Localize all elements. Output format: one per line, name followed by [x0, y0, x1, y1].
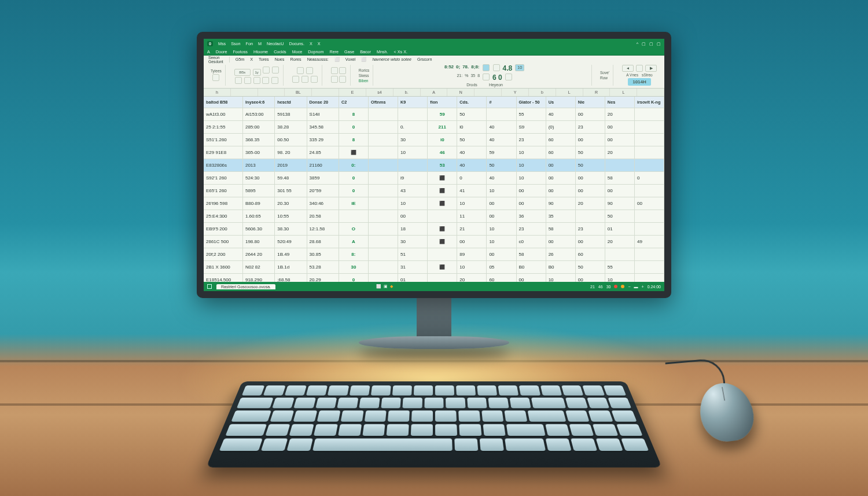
cell[interactable]: 0: [339, 121, 369, 134]
cell[interactable]: 59.48: [275, 172, 307, 185]
cell[interactable]: 10: [546, 274, 576, 282]
table-row[interactable]: 26't96 598B80-8920.30340:46iE10⬛10000090…: [204, 197, 664, 210]
cell[interactable]: 520:49: [275, 236, 307, 248]
cell[interactable]: B0: [517, 261, 546, 274]
cell[interactable]: 00: [487, 197, 516, 210]
ribbon-tab[interactable]: Neassosss:: [307, 57, 329, 62]
cell[interactable]: 21: [457, 223, 487, 236]
merge-icon[interactable]: [297, 67, 304, 74]
outdent-icon[interactable]: [301, 76, 308, 83]
ribbon-tab[interactable]: havnerce wisto sotee: [372, 57, 411, 62]
menu-item[interactable]: Moce: [292, 49, 303, 54]
column-header[interactable]: Inysee4:6: [243, 97, 275, 108]
table-row[interactable]: S92'1 260524:3059.4838590i9⬛040100000580: [204, 172, 664, 185]
cell[interactable]: 0: [339, 274, 369, 282]
column-letter[interactable]: R: [583, 89, 610, 96]
cell[interactable]: 50: [576, 159, 605, 172]
column-header[interactable]: Us: [546, 97, 576, 108]
next-button[interactable]: ▶: [645, 65, 657, 72]
prev-button[interactable]: ◄: [622, 65, 634, 72]
cell[interactable]: 00: [635, 197, 664, 210]
cell[interactable]: 20: [605, 236, 635, 248]
cell[interactable]: [635, 146, 664, 159]
cell[interactable]: 1B.1d: [275, 261, 307, 274]
cell[interactable]: 10: [487, 223, 516, 236]
cell[interactable]: 00: [576, 108, 605, 121]
cell[interactable]: 3859: [307, 172, 339, 185]
cell[interactable]: [369, 159, 398, 172]
cell[interactable]: 60: [487, 274, 516, 282]
column-letter[interactable]: [231, 89, 258, 96]
cell[interactable]: 59: [428, 108, 457, 121]
column-header[interactable]: K9: [398, 97, 428, 108]
cell[interactable]: 51: [398, 248, 428, 261]
cell[interactable]: 10: [517, 159, 546, 172]
cell[interactable]: 20.30: [275, 197, 307, 210]
highlight-button[interactable]: 1014H: [628, 78, 651, 86]
fill-icon[interactable]: [271, 77, 278, 84]
chart-icon[interactable]: [493, 64, 500, 71]
cell[interactable]: [369, 108, 398, 121]
column-letter[interactable]: [312, 89, 339, 96]
ribbon-tab[interactable]: Grscorn: [417, 57, 432, 62]
cell[interactable]: 30: [398, 134, 428, 146]
cell[interactable]: 35: [546, 210, 576, 223]
ribbon-tab[interactable]: Rores: [290, 57, 301, 62]
column-letter[interactable]: [258, 89, 285, 96]
sheet-tab[interactable]: Rastrieri Goscoosoo.ovosa.: [216, 284, 275, 289]
cell[interactable]: 25:E4:300: [204, 210, 243, 223]
cell[interactable]: 10:55: [275, 210, 307, 223]
cell[interactable]: 38.30: [275, 223, 307, 236]
cell[interactable]: [369, 121, 398, 134]
title-item[interactable]: X: [318, 41, 321, 46]
column-header[interactable]: Giator - 50: [517, 97, 546, 108]
cell[interactable]: [635, 274, 664, 282]
indent-icon[interactable]: [292, 76, 299, 83]
value-box[interactable]: 10: [515, 64, 524, 71]
title-item[interactable]: Sson: [231, 41, 240, 46]
column-letter[interactable]: [637, 89, 664, 96]
column-header[interactable]: C2: [339, 97, 369, 108]
cell[interactable]: 38.28: [275, 121, 307, 134]
align-center-icon[interactable]: [244, 77, 251, 84]
cell[interactable]: 2013: [243, 159, 275, 172]
cell[interactable]: [635, 261, 664, 274]
percent-icon[interactable]: [339, 67, 346, 74]
cell[interactable]: B80-89: [243, 197, 275, 210]
cell[interactable]: 211: [428, 121, 457, 134]
align-right-icon[interactable]: [253, 77, 260, 84]
cell[interactable]: 340:46: [307, 197, 339, 210]
column-header[interactable]: Nes: [605, 97, 635, 108]
comma-icon[interactable]: [331, 76, 338, 83]
cell[interactable]: 01: [398, 274, 428, 282]
cell[interactable]: Al153:00: [243, 108, 275, 121]
column-letter[interactable]: h: [204, 89, 231, 96]
cell[interactable]: 50: [457, 108, 487, 121]
ribbon-tab[interactable]: Noes: [275, 57, 285, 62]
menu-item[interactable]: Htoome: [253, 49, 268, 54]
table-row[interactable]: 25 2:1:55285:0038.28345.5800.211l040S9(0…: [204, 121, 664, 134]
cell[interactable]: 50: [605, 210, 635, 223]
cell[interactable]: [369, 261, 398, 274]
cell[interactable]: 28.68: [307, 236, 339, 248]
cell[interactable]: 301 55: [275, 185, 307, 197]
currency-icon[interactable]: [331, 67, 338, 74]
cell[interactable]: ⬛: [428, 261, 457, 274]
cell[interactable]: 49: [635, 236, 664, 248]
data-grid[interactable]: baltod B58Inysee4:6hesctdDonse 20C2Oftnm…: [204, 97, 664, 282]
column-header[interactable]: hesctd: [275, 97, 307, 108]
status-icon[interactable]: ◆: [390, 284, 393, 289]
menu-item[interactable]: Mnsh.: [377, 49, 388, 54]
column-header[interactable]: Donse 20: [307, 97, 339, 108]
zoom-slider[interactable]: ▬: [634, 285, 638, 289]
cell[interactable]: [369, 172, 398, 185]
cell[interactable]: i0: [428, 134, 457, 146]
cell[interactable]: 10: [517, 172, 546, 185]
cell[interactable]: 365-00: [243, 146, 275, 159]
cell[interactable]: 20.58: [307, 210, 339, 223]
cell[interactable]: 00: [517, 185, 546, 197]
cell[interactable]: 58: [517, 248, 546, 261]
cell[interactable]: 10: [487, 236, 516, 248]
table-row[interactable]: E18514.500918.290;68.5820.29001206000100…: [204, 274, 664, 282]
outdent-icon[interactable]: [311, 76, 318, 83]
